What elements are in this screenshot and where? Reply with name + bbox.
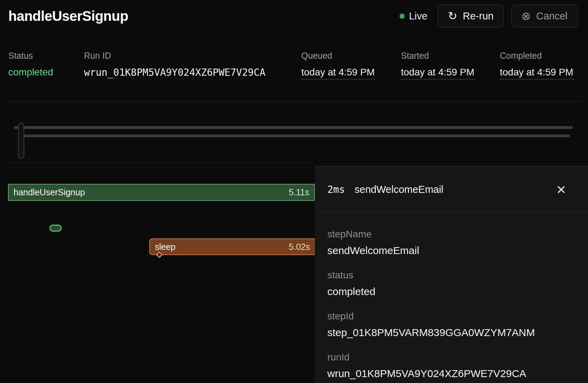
run-id-value: wrun_01K8PM5VA9Y024XZ6PWE7V29CA [84,67,266,78]
span-sleep-label: sleep [155,242,176,252]
step-id-value: step_01K8PM5VARM839GGA0WZYM7ANM [327,327,576,339]
meta-started: Started today at 4:59 PM [401,51,474,80]
step-run-id-value: wrun_01K8PM5VA9Y024XZ6PWE7V29CA [327,368,576,380]
field-run-id: runId wrun_01K8PM5VA9Y024XZ6PWE7V29CA [327,352,576,380]
minimap-brush-handle[interactable] [18,123,24,159]
span-bar-sleep[interactable]: sleep 5.02s [149,238,315,255]
step-name-value: sendWelcomeEmail [327,245,576,256]
started-label: Started [401,51,474,61]
page-title: handleUserSignup [8,8,128,24]
panel-header: 2ms sendWelcomeEmail × [315,166,588,213]
step-id-label: stepId [327,311,576,322]
live-toggle[interactable]: Live [397,10,430,22]
close-panel-button[interactable]: × [556,181,566,197]
meta-status: Status completed [8,51,53,78]
step-run-id-label: runId [327,352,576,363]
run-meta: Status completed Run ID wrun_01K8PM5VA9Y… [0,51,588,85]
field-step-id: stepId step_01K8PM5VARM839GGA0WZYM7ANM [327,311,576,339]
panel-step-duration: 2ms [327,184,345,195]
minimap-span-root [14,126,573,129]
span-root-duration: 5.11s [289,187,309,197]
step-status-label: status [327,270,576,281]
span-bar-send-welcome-email[interactable] [49,225,62,232]
rerun-button[interactable]: ↻ Re-run [438,5,503,27]
completed-value: today at 4:59 PM [500,67,573,80]
step-name-label: stepName [327,229,576,240]
status-label: Status [8,51,53,61]
meta-queued: Queued today at 4:59 PM [301,51,375,80]
header-divider [8,101,580,101]
status-value: completed [8,67,53,78]
rerun-label: Re-run [463,10,494,22]
queued-value: today at 4:59 PM [301,67,375,80]
run-detail-page: handleUserSignup Live ↻ Re-run ⊗ Cancel … [0,0,588,383]
header: handleUserSignup Live ↻ Re-run ⊗ Cancel [0,0,588,32]
cancel-label: Cancel [536,10,568,22]
meta-completed: Completed today at 4:59 PM [500,51,573,80]
meta-run-id: Run ID wrun_01K8PM5VA9Y024XZ6PWE7V29CA [84,51,266,78]
minimap-span-sleep [22,135,570,137]
queued-label: Queued [301,51,375,61]
chart-divider [8,162,314,163]
panel-step-title: sendWelcomeEmail [355,184,444,195]
cancel-circle-icon: ⊗ [521,10,531,22]
started-value: today at 4:59 PM [401,67,474,80]
refresh-icon: ↻ [448,10,457,22]
cancel-button[interactable]: ⊗ Cancel [511,5,578,27]
completed-label: Completed [500,51,573,61]
span-root-label: handleUserSignup [14,187,85,197]
header-actions: Live ↻ Re-run ⊗ Cancel [397,5,578,27]
close-icon: × [556,180,566,198]
step-detail-panel: 2ms sendWelcomeEmail × stepName sendWelc… [315,166,588,383]
field-status: status completed [327,270,576,298]
span-sleep-duration: 5.02s [289,242,310,252]
panel-body: stepName sendWelcomeEmail status complet… [315,213,588,380]
field-step-name: stepName sendWelcomeEmail [327,229,576,256]
live-status-dot-icon [400,14,405,19]
span-bar-root[interactable]: handleUserSignup 5.11s [8,184,315,201]
step-status-value: completed [327,286,576,298]
run-id-label: Run ID [84,51,266,61]
live-label: Live [409,10,427,22]
